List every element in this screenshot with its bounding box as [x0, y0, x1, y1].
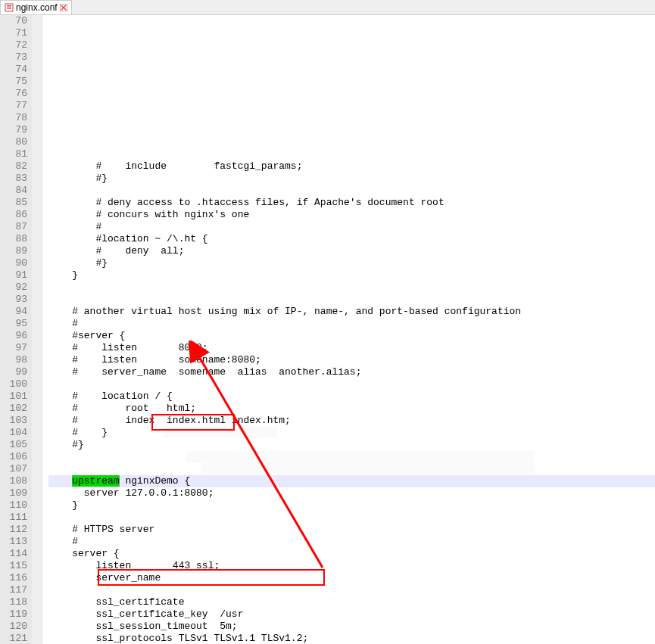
- line-number: 73: [0, 51, 27, 64]
- line-number: 89: [0, 245, 27, 257]
- line-number: 113: [0, 536, 27, 548]
- code-line[interactable]: # }: [48, 427, 655, 439]
- line-number: 98: [0, 354, 27, 366]
- line-number: 72: [0, 39, 27, 51]
- line-number: 70: [0, 15, 27, 27]
- line-number: 108: [0, 475, 27, 487]
- code-line[interactable]: server 127.0.0.1:8080;: [48, 487, 655, 499]
- editor: 7071727374757677787980818283848586878889…: [0, 15, 655, 644]
- code-line[interactable]: # root html;: [48, 403, 655, 415]
- line-number: 93: [0, 294, 27, 306]
- code-line[interactable]: [48, 378, 655, 390]
- svg-rect-2: [7, 8, 11, 9]
- code-line[interactable]: #}: [48, 257, 655, 269]
- line-number: 75: [0, 76, 27, 88]
- svg-rect-1: [7, 5, 11, 7]
- tab-filename: nginx.conf: [16, 2, 58, 13]
- line-number: 88: [0, 233, 27, 245]
- line-number: 79: [0, 124, 27, 136]
- search-match-highlight: upstream: [72, 475, 119, 487]
- line-number: 114: [0, 548, 27, 560]
- line-number: 96: [0, 330, 27, 342]
- line-number: 92: [0, 282, 27, 294]
- code-area[interactable]: # include fastcgi_params; #} # deny acce…: [42, 15, 655, 644]
- code-line[interactable]: # location / {: [48, 390, 655, 403]
- code-line[interactable]: [48, 185, 655, 197]
- code-line[interactable]: # server_name somename alias another.ali…: [48, 366, 655, 378]
- code-line[interactable]: }: [48, 499, 655, 512]
- code-line[interactable]: ssl_session_timeout 5m;: [48, 621, 655, 633]
- code-line[interactable]: # HTTPS server: [48, 524, 655, 536]
- line-number: 117: [0, 584, 27, 596]
- line-number: 94: [0, 306, 27, 318]
- line-number: 76: [0, 88, 27, 100]
- line-number: 99: [0, 366, 27, 378]
- code-line[interactable]: ssl_certificate_key /usr: [48, 608, 655, 621]
- line-number-gutter: 7071727374757677787980818283848586878889…: [0, 15, 32, 644]
- line-number: 101: [0, 390, 27, 403]
- line-number: 105: [0, 439, 27, 451]
- code-line[interactable]: [48, 282, 655, 294]
- code-line[interactable]: #: [48, 536, 655, 548]
- line-number: 86: [0, 209, 27, 221]
- code-line[interactable]: #}: [48, 173, 655, 185]
- code-line[interactable]: #server {: [48, 330, 655, 342]
- line-number: 90: [0, 257, 27, 269]
- code-line[interactable]: #location ~ /\.ht {: [48, 233, 655, 245]
- line-number: 106: [0, 451, 27, 463]
- code-line[interactable]: ssl_certificate: [48, 596, 655, 608]
- line-number: 109: [0, 487, 27, 499]
- code-line[interactable]: # concurs with nginx's one: [48, 209, 655, 221]
- code-line[interactable]: #: [48, 318, 655, 330]
- line-number: 78: [0, 112, 27, 124]
- line-number: 104: [0, 427, 27, 439]
- line-number: 100: [0, 378, 27, 390]
- code-line[interactable]: # deny all;: [48, 245, 655, 257]
- line-number: 84: [0, 185, 27, 197]
- blur-server-name: [164, 427, 277, 438]
- line-number: 83: [0, 173, 27, 185]
- line-number: 71: [0, 27, 27, 39]
- fold-column: [32, 15, 42, 644]
- code-line[interactable]: [48, 512, 655, 524]
- line-number: 91: [0, 269, 27, 282]
- code-line[interactable]: listen 443 ssl;: [48, 560, 655, 572]
- line-number: 112: [0, 524, 27, 536]
- line-number: 85: [0, 197, 27, 209]
- file-tab[interactable]: nginx.conf: [0, 0, 72, 14]
- code-line[interactable]: [48, 294, 655, 306]
- code-line[interactable]: [48, 584, 655, 596]
- line-number: 81: [0, 148, 27, 160]
- code-line[interactable]: # listen somename:8080;: [48, 354, 655, 366]
- blur-cert: [186, 451, 535, 462]
- line-number: 120: [0, 621, 27, 633]
- code-line[interactable]: #: [48, 221, 655, 233]
- code-line[interactable]: # listen 8000;: [48, 342, 655, 354]
- code-line[interactable]: upstream nginxDemo {: [48, 475, 655, 487]
- line-number: 80: [0, 136, 27, 148]
- line-number: 111: [0, 512, 27, 524]
- line-number: 97: [0, 342, 27, 354]
- code-line[interactable]: # another virtual host using mix of IP-,…: [48, 306, 655, 318]
- code-line[interactable]: server_name: [48, 572, 655, 584]
- code-line[interactable]: }: [48, 269, 655, 282]
- code-line[interactable]: ssl_protocols TLSv1 TLSv1.1 TLSv1.2;: [48, 633, 655, 644]
- code-line[interactable]: # index index.html index.htm;: [48, 415, 655, 427]
- line-number: 110: [0, 499, 27, 512]
- blur-cert-key: [201, 463, 535, 474]
- code-line[interactable]: #}: [48, 439, 655, 451]
- line-number: 87: [0, 221, 27, 233]
- code-line[interactable]: server {: [48, 548, 655, 560]
- line-number: 103: [0, 415, 27, 427]
- code-line[interactable]: # include fastcgi_params;: [48, 160, 655, 173]
- line-number: 116: [0, 572, 27, 584]
- line-number: 82: [0, 160, 27, 173]
- line-number: 77: [0, 100, 27, 112]
- line-number: 121: [0, 633, 27, 644]
- line-number: 115: [0, 560, 27, 572]
- tab-bar: nginx.conf: [0, 0, 655, 15]
- code-line[interactable]: # deny access to .htaccess files, if Apa…: [48, 197, 655, 209]
- line-number: 74: [0, 64, 27, 76]
- close-icon[interactable]: [59, 3, 68, 12]
- line-number: 102: [0, 403, 27, 415]
